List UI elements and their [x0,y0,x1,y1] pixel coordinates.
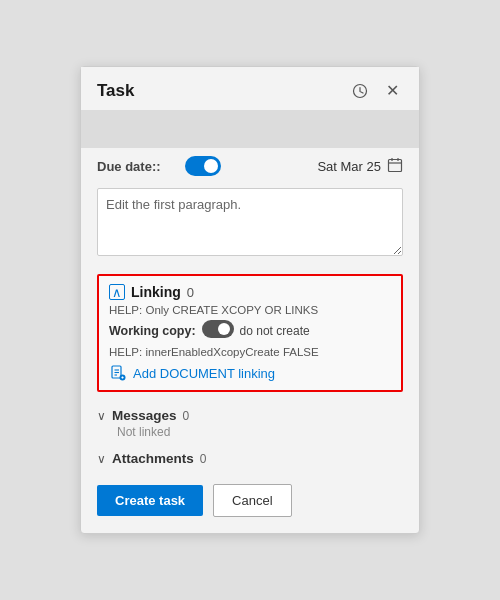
toggle-slider [185,156,221,176]
header-image-placeholder [81,110,419,148]
messages-title: Messages [112,408,177,423]
add-document-icon [109,364,127,382]
dialog-header-icons: ✕ [348,79,403,102]
working-copy-right-label: do not create [240,324,310,338]
linking-badge: 0 [187,285,194,300]
dialog-header: Task ✕ [81,67,419,110]
working-copy-row: Working copy: do not create [109,320,391,342]
chevron-up-icon: ∧ [109,284,125,300]
messages-chevron-icon: ∨ [97,409,106,423]
attachments-header[interactable]: ∨ Attachments 0 [97,451,403,466]
linking-help1: HELP: Only CREATE XCOPY OR LINKS [109,304,391,316]
cancel-button[interactable]: Cancel [213,484,291,517]
dialog-footer: Create task Cancel [81,474,419,517]
close-button[interactable]: ✕ [382,79,403,102]
due-date-label: Due date:: [97,159,177,174]
working-copy-slider [202,320,234,338]
linking-header[interactable]: ∧ Linking 0 [109,284,391,300]
working-copy-label: Working copy: [109,324,196,338]
close-icon: ✕ [386,81,399,100]
history-icon [352,83,368,99]
history-button[interactable] [348,81,372,101]
add-document-row[interactable]: Add DOCUMENT linking [109,364,391,382]
messages-section: ∨ Messages 0 Not linked [81,402,419,445]
linking-section: ∧ Linking 0 HELP: Only CREATE XCOPY OR L… [97,274,403,392]
attachments-badge: 0 [200,452,207,466]
messages-status: Not linked [97,425,403,439]
calendar-icon[interactable] [387,157,403,176]
add-document-text: Add DOCUMENT linking [133,366,275,381]
dialog-title: Task [97,81,135,101]
svg-rect-1 [389,159,402,171]
due-date-row: Due date:: Sat Mar 25 [81,148,419,184]
create-task-button[interactable]: Create task [97,485,203,516]
task-dialog: Task ✕ Due date:: Sat Mar 25 [80,66,420,534]
textarea-section: Edit the first paragraph. [81,184,419,270]
attachments-chevron-icon: ∨ [97,452,106,466]
date-display: Sat Mar 25 [317,157,403,176]
task-textarea[interactable]: Edit the first paragraph. [97,188,403,256]
messages-badge: 0 [183,409,190,423]
attachments-title: Attachments [112,451,194,466]
messages-header[interactable]: ∨ Messages 0 [97,408,403,423]
linking-help2: HELP: innerEnabledXcopyCreate FALSE [109,346,391,358]
due-date-toggle[interactable] [185,156,221,176]
date-text: Sat Mar 25 [317,159,381,174]
working-copy-toggle[interactable] [202,320,234,342]
linking-title: Linking [131,284,181,300]
attachments-section: ∨ Attachments 0 [81,445,419,474]
